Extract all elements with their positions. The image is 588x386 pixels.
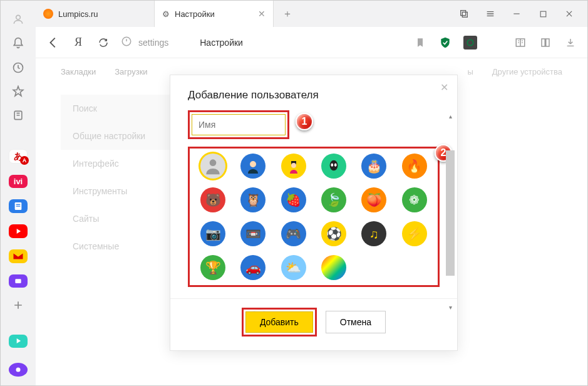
dialog-footer: 3 Добавить Отмена [170, 308, 457, 336]
avatar-trophy[interactable]: 🏆 [200, 255, 225, 280]
add-button-highlight: Добавить [242, 308, 317, 336]
profile-icon[interactable] [9, 13, 27, 26]
purple-app-icon[interactable] [9, 274, 28, 288]
name-input[interactable] [192, 114, 286, 135]
tab-label: Настройки [175, 9, 215, 19]
back-button[interactable] [46, 35, 61, 50]
window-controls [458, 1, 587, 27]
add-button[interactable]: Добавить [245, 311, 313, 333]
avatar-cake[interactable]: 🎂 [361, 154, 386, 179]
reload-button[interactable] [96, 35, 111, 50]
svg-rect-6 [15, 279, 21, 284]
name-input-highlight [188, 110, 289, 139]
close-window-icon[interactable] [564, 8, 575, 19]
avatar-default[interactable] [200, 154, 225, 179]
close-icon[interactable]: ✕ [258, 9, 266, 19]
svg-point-7 [16, 368, 21, 372]
annotation-marker-1: 1 [296, 113, 313, 130]
svg-point-0 [16, 15, 21, 19]
docs-app-icon[interactable] [9, 199, 28, 213]
menu-icon[interactable] [485, 8, 496, 19]
dialog-title: Добавление пользователя [170, 89, 457, 110]
app-sidebar: あA ivi [1, 1, 36, 385]
orange-favicon [43, 9, 53, 19]
cancel-button[interactable]: Отмена [326, 311, 386, 333]
adguard-icon[interactable] [438, 36, 452, 50]
avatar-weather[interactable]: ⛅ [281, 255, 306, 280]
new-tab-button[interactable]: ＋ [277, 4, 297, 24]
address-bar: Я settings Настройки [36, 27, 587, 58]
avatar-bolt[interactable]: ⚡ [402, 221, 427, 246]
bookmark-icon[interactable] [413, 36, 427, 50]
svg-point-16 [210, 159, 217, 166]
scroll-thumb[interactable] [446, 150, 455, 276]
dialog-close-icon[interactable]: ✕ [440, 81, 448, 93]
alice-app-icon[interactable] [9, 363, 28, 377]
avatar-strawberry[interactable]: 🍓 [281, 187, 306, 212]
avatar-soccer[interactable]: ⚽ [321, 221, 346, 246]
svg-rect-15 [546, 39, 549, 46]
download-green-icon[interactable] [488, 36, 502, 50]
translate-app-icon[interactable]: あA [9, 149, 28, 163]
svg-rect-10 [540, 11, 546, 17]
address-box[interactable]: settings Настройки [121, 36, 403, 49]
bell-icon[interactable] [9, 37, 27, 50]
avatar-camera[interactable]: 📷 [200, 221, 225, 246]
avatar-cassette[interactable]: 📼 [240, 221, 266, 246]
collection-icon[interactable] [9, 109, 27, 122]
svg-point-18 [291, 163, 296, 168]
address-title: Настройки [200, 38, 243, 48]
avatar-flower[interactable]: ❁ [402, 187, 427, 212]
extension-icons [413, 36, 577, 50]
dialog-divider [170, 298, 457, 299]
gear-icon: ⚙ [162, 9, 170, 19]
mail-app-icon[interactable] [9, 249, 28, 263]
svg-rect-8 [462, 12, 467, 17]
avatar-peach[interactable]: 🍑 [361, 187, 386, 212]
ublock-icon[interactable] [463, 36, 477, 50]
svg-point-21 [334, 163, 337, 167]
avatar-rainbow[interactable] [321, 255, 346, 280]
avatar-owl[interactable]: 🦉 [240, 187, 266, 212]
avatar-leaf[interactable]: 🍃 [321, 187, 346, 212]
extensions-icon[interactable] [539, 36, 552, 50]
lock-icon [121, 36, 132, 49]
youtube-app-icon[interactable] [9, 224, 28, 238]
tab-settings[interactable]: ⚙ Настройки ✕ [155, 1, 274, 27]
svg-rect-14 [542, 39, 545, 46]
svg-rect-9 [461, 11, 466, 16]
download-icon[interactable] [564, 36, 577, 50]
copy-icon[interactable] [458, 8, 470, 19]
svg-rect-5 [16, 206, 21, 207]
tab-bar: Lumpics.ru ⚙ Настройки ✕ ＋ [36, 1, 587, 27]
avatar-bear[interactable]: 🐻 [200, 187, 225, 212]
avatar-woman[interactable] [281, 154, 306, 179]
tab-lumpics[interactable]: Lumpics.ru [36, 1, 155, 27]
svg-point-12 [467, 39, 473, 45]
scroll-down-icon[interactable]: ▾ [446, 304, 455, 313]
avatar-grid: 🎂 🔥 🐻 🦉 🍓 🍃 🍑 ❁ 📷 📼 🎮 ⚽ ♫ ⚡ 🏆 🚗 ⛅ [195, 154, 433, 280]
yandex-button[interactable]: Я [71, 35, 86, 50]
tab-label: Lumpics.ru [58, 9, 98, 19]
avatar-grid-highlight: 🎂 🔥 🐻 🦉 🍓 🍃 🍑 ❁ 📷 📼 🎮 ⚽ ♫ ⚡ 🏆 🚗 ⛅ [188, 147, 440, 287]
avatar-fire[interactable]: 🔥 [402, 154, 427, 179]
ivi-app-icon[interactable]: ivi [9, 175, 28, 189]
maximize-icon[interactable] [537, 8, 549, 19]
avatar-car[interactable]: 🚗 [240, 255, 266, 280]
avatar-gamepad[interactable]: 🎮 [281, 221, 306, 246]
avatar-person-blue[interactable] [240, 154, 266, 179]
svg-rect-4 [16, 204, 21, 205]
star-icon[interactable] [9, 85, 27, 98]
play-app-icon[interactable] [9, 335, 28, 348]
add-user-dialog: ✕ Добавление пользователя 1 🎂 🔥 🐻 🦉 🍓 🍃 … [170, 75, 458, 351]
avatar-alien[interactable] [321, 154, 346, 179]
avatar-music[interactable]: ♫ [361, 221, 386, 246]
svg-point-20 [331, 163, 334, 167]
reader-icon[interactable] [513, 36, 527, 50]
minimize-icon[interactable] [511, 8, 522, 19]
dialog-scrollbar[interactable]: ▴ ▾ [446, 113, 456, 313]
address-path: settings [138, 38, 168, 48]
scroll-up-icon[interactable]: ▴ [446, 113, 455, 122]
add-app-icon[interactable] [9, 299, 27, 311]
history-icon[interactable] [9, 61, 27, 74]
